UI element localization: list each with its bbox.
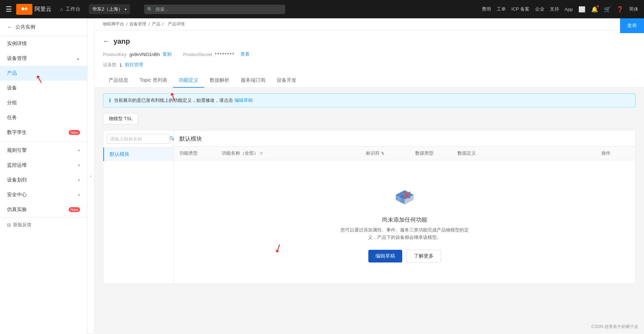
chevron-monitor-icon: ▾ xyxy=(78,163,80,168)
sidebar-item-security[interactable]: 安全中心 ▾ xyxy=(0,187,87,202)
simplified-label[interactable]: 简体 xyxy=(629,6,638,12)
workbench-nav[interactable]: ⌂ 工作台 xyxy=(60,6,82,12)
nav-cost[interactable]: 费用 xyxy=(482,6,491,12)
logo-icon xyxy=(16,4,32,15)
nav-support[interactable]: 支持 xyxy=(550,6,559,12)
digital-twin-label: 数字孪生 xyxy=(7,129,27,136)
tab-topic-list[interactable]: Topic 类列表 xyxy=(134,74,173,88)
edit-draft-button[interactable]: 编辑草稿 xyxy=(368,250,402,262)
default-module-item[interactable]: 默认模块 xyxy=(103,148,173,161)
sidebar-item-device-management[interactable]: 设备管理 ▲ xyxy=(0,51,87,66)
tab-device-dev[interactable]: 设备开发 xyxy=(271,74,302,88)
module-search-input[interactable] xyxy=(110,136,169,142)
view-secret-button[interactable]: 查看 xyxy=(240,51,250,57)
breadcrumb-product[interactable]: 产品 xyxy=(152,21,160,27)
chevron-up-icon: ▲ xyxy=(76,56,80,61)
nav-enterprise[interactable]: 企业 xyxy=(535,6,544,12)
tab-feature-def[interactable]: 功能定义 xyxy=(173,74,204,88)
learn-more-button[interactable]: 了解更多 xyxy=(406,250,441,262)
product-label: 产品 xyxy=(7,70,17,76)
edit-draft-link[interactable]: 编辑草稿 xyxy=(234,97,253,104)
publish-button[interactable]: 发布 xyxy=(620,18,644,33)
sidebar-item-product[interactable]: 产品 xyxy=(0,66,87,81)
sidebar-item-simulation[interactable]: 仿真实验 New xyxy=(0,202,87,217)
cart-icon[interactable]: 🛒 xyxy=(604,6,611,13)
group-label: 分组 xyxy=(7,100,17,106)
sidebar-divider-1 xyxy=(0,141,87,142)
sidebar-item-monitor[interactable]: 监控运维 ▾ xyxy=(0,158,87,173)
rule-engine-label: 规则引擎 xyxy=(7,147,27,154)
nav-right-links: 费用 工单 ICP 备案 企业 支持 App ⬜ 🔔 🛒 ❓ 简体 xyxy=(482,6,638,13)
col-data-def: 数据定义 xyxy=(458,150,602,156)
screen-icon[interactable]: ⬜ xyxy=(578,6,585,13)
module-search-area: 🔍 xyxy=(103,130,173,148)
nav-ticket[interactable]: 工单 xyxy=(497,6,506,12)
sidebar-item-digital-twin[interactable]: 数字孪生 New xyxy=(0,125,87,140)
product-secret-masked: ******** xyxy=(215,52,235,57)
chevron-allocation-icon: ▾ xyxy=(78,178,80,183)
manage-device-link[interactable]: 前往管理 xyxy=(125,62,143,68)
home-icon: ⌂ xyxy=(60,6,63,12)
breadcrumb-iot[interactable]: 物联网平台 xyxy=(103,21,124,27)
hamburger-menu[interactable]: ☰ xyxy=(6,5,12,13)
sidebar-item-rule-engine[interactable]: 规则引擎 ▾ xyxy=(0,143,87,158)
col-func-type-label: 功能类型 xyxy=(179,150,198,156)
product-key-label: ProductKey xyxy=(103,52,127,57)
collapse-icon: ‹ xyxy=(90,174,92,179)
help-icon[interactable]: ❓ xyxy=(617,6,624,13)
page-tabs: 产品信息 Topic 类列表 功能定义 数据解析 服务端订阅 设备开发 xyxy=(103,74,636,87)
sidebar-item-device-allocation[interactable]: 设备划归 ▾ xyxy=(0,173,87,187)
sidebar-back-button[interactable]: ← 公共实例 xyxy=(0,18,87,36)
feature-table-area: 默认模块 功能类型 功能名称（全部） ▽ 标识符 ⇅ xyxy=(174,130,635,284)
col-data-type: 数据类型 xyxy=(415,150,458,156)
col-func-type: 功能类型 xyxy=(179,150,222,156)
breadcrumb-sep-2: / xyxy=(148,22,149,27)
info-icon: ℹ xyxy=(109,97,111,104)
filter-icon[interactable]: ▽ xyxy=(260,151,263,156)
tsl-button[interactable]: 物模型 TSL xyxy=(103,113,138,124)
page-title: yanp xyxy=(114,37,130,45)
sidebar-item-task[interactable]: 任务 xyxy=(0,110,87,125)
sidebar-item-instance-detail[interactable]: 实例详情 xyxy=(0,36,87,51)
breadcrumb-current: 产品详情 xyxy=(168,21,185,27)
tab-product-info[interactable]: 产品信息 xyxy=(103,74,134,88)
breadcrumb: 物联网平台 / 设备管理 / 产品 / 产品详情 xyxy=(94,18,644,30)
bell-icon[interactable]: 🔔 xyxy=(591,6,598,13)
empty-title: 尚未添加任何功能 xyxy=(382,216,427,224)
copy-button[interactable]: 复制 xyxy=(162,51,172,57)
tab-service-sub[interactable]: 服务端订阅 xyxy=(235,74,271,88)
task-label: 任务 xyxy=(7,115,17,121)
table-header: 功能类型 功能名称（全部） ▽ 标识符 ⇅ 数据类型 xyxy=(174,147,635,160)
device-count-label: 设备数 xyxy=(103,62,117,68)
search-bar: 🔍 xyxy=(144,5,285,14)
tab-data-parse[interactable]: 数据解析 xyxy=(204,74,235,88)
sidebar-item-group[interactable]: 分组 xyxy=(0,95,87,110)
region-label: 华东2（上海） xyxy=(92,6,122,12)
feature-layout: 🔍 默认模块 默认模块 功能类型 功能名称（全部） xyxy=(103,130,636,284)
product-secret-item: ProductSecret ******** 查看 xyxy=(183,51,250,57)
empty-description: 您可以通过添加属性、事件、服务三类功能完成产品物模型的定义，产品下的设备都会继承… xyxy=(338,227,472,241)
page-back-arrow[interactable]: ← xyxy=(103,38,109,45)
device-management-label: 设备管理 xyxy=(7,55,27,62)
main-layout: ← 公共实例 实例详情 设备管理 ▲ 产品 设备 分组 任务 数字孪生 New … xyxy=(0,18,644,334)
breadcrumb-device-mgmt[interactable]: 设备管理 xyxy=(129,21,146,27)
device-count-row: 设备数 1 前往管理 xyxy=(103,62,636,68)
sidebar-footer-feedback[interactable]: ⊟ 新版反馈 xyxy=(0,217,87,232)
simulation-label: 仿真实验 xyxy=(7,206,27,213)
chevron-rule-icon: ▾ xyxy=(78,148,80,153)
back-label: 公共实例 xyxy=(16,24,35,30)
nav-icp[interactable]: ICP 备案 xyxy=(511,6,529,12)
sort-icon[interactable]: ⇅ xyxy=(381,151,384,156)
workbench-label: 工作台 xyxy=(66,6,80,12)
chevron-down-icon: ▾ xyxy=(125,7,127,11)
search-icon: 🔍 xyxy=(147,7,153,12)
sidebar-item-device[interactable]: 设备 xyxy=(0,81,87,95)
new-badge-digital-twin: New xyxy=(69,130,80,135)
watermark: CSDN @香蕉牛奶椰子皮 xyxy=(591,324,638,330)
sidebar-collapse-button[interactable]: ‹ xyxy=(87,18,94,334)
chevron-security-icon: ▾ xyxy=(78,193,80,197)
nav-app[interactable]: App xyxy=(565,7,573,12)
search-input[interactable] xyxy=(144,5,285,14)
region-selector[interactable]: 华东2（上海） ▾ xyxy=(89,4,130,14)
empty-state: 尚未添加任何功能 您可以通过添加属性、事件、服务三类功能完成产品物模型的定义，产… xyxy=(174,160,635,284)
